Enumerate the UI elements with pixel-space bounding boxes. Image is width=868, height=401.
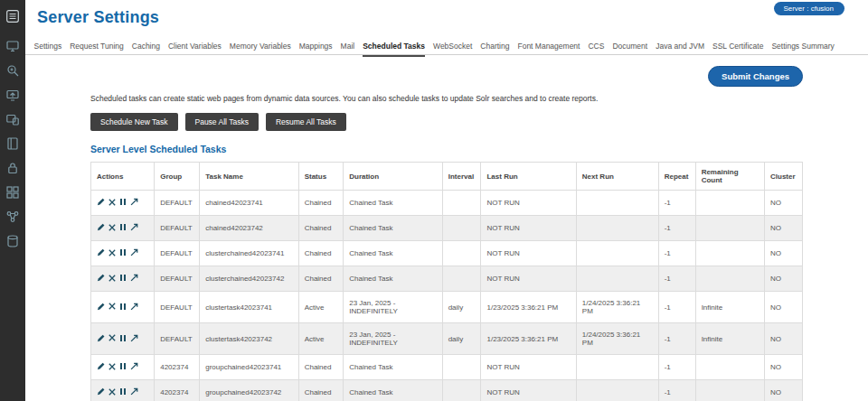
duration-cell: Chained Task <box>344 266 442 292</box>
next-run-cell <box>576 355 658 380</box>
pause-icon[interactable] <box>119 388 127 396</box>
tab-caching[interactable]: Caching <box>132 38 160 55</box>
tab-websocket[interactable]: WebSocket <box>433 38 472 55</box>
scheduled-tasks-table: ActionsGroupTask NameStatusDurationInter… <box>90 162 803 401</box>
edit-icon[interactable] <box>97 248 105 258</box>
task-name-cell: groupchained42023741 <box>200 355 298 380</box>
book-icon[interactable] <box>0 131 25 155</box>
actions-cell <box>91 355 155 380</box>
cluster-cell: NO <box>765 380 803 401</box>
delete-icon[interactable] <box>108 275 116 284</box>
repeat-cell: -1 <box>658 292 695 323</box>
devices-icon[interactable] <box>0 107 25 131</box>
database-edit-icon[interactable] <box>0 228 25 253</box>
tab-charting[interactable]: Charting <box>480 38 509 55</box>
cluster-cell: NO <box>765 323 803 355</box>
tab-request-tuning[interactable]: Request Tuning <box>70 38 124 55</box>
delete-icon[interactable] <box>108 388 116 397</box>
group-cell: DEFAULT <box>155 216 200 241</box>
tab-ccs[interactable]: CCS <box>588 38 604 55</box>
pause-icon[interactable] <box>119 224 127 232</box>
tab-document[interactable]: Document <box>612 38 647 55</box>
tab-client-variables[interactable]: Client Variables <box>168 38 222 55</box>
network-nodes-icon[interactable] <box>0 204 25 228</box>
header: Server Settings Server : cfusion <box>25 0 868 36</box>
last-run-cell: NOT RUN <box>481 266 576 292</box>
schedule-new-task-button[interactable]: Schedule New Task <box>90 113 178 131</box>
delete-icon[interactable] <box>108 249 116 258</box>
pause-all-tasks-button[interactable]: Pause All Tasks <box>185 113 259 131</box>
edit-icon[interactable] <box>97 303 105 312</box>
run-icon[interactable] <box>130 334 138 344</box>
pause-icon[interactable] <box>119 363 127 371</box>
interval-cell <box>442 266 481 292</box>
screen-share-icon[interactable] <box>0 82 25 107</box>
tab-settings[interactable]: Settings <box>34 38 62 55</box>
next-run-cell: 1/24/2025 3:36:21 PM <box>576 323 658 355</box>
run-icon[interactable] <box>130 223 138 233</box>
duration-cell: Chained Task <box>344 380 442 401</box>
group-cell: DEFAULT <box>155 292 200 323</box>
duration-cell: Chained Task <box>344 191 442 216</box>
pause-icon[interactable] <box>119 303 127 312</box>
delete-icon[interactable] <box>108 303 116 312</box>
last-run-cell: 1/23/2025 3:36:21 PM <box>481 292 576 323</box>
pause-icon[interactable] <box>119 275 127 283</box>
edit-icon[interactable] <box>97 274 105 284</box>
run-icon[interactable] <box>130 248 138 258</box>
interval-cell <box>442 355 481 380</box>
edit-icon[interactable] <box>97 362 105 372</box>
pause-icon[interactable] <box>119 335 127 343</box>
tab-mappings[interactable]: Mappings <box>299 38 333 55</box>
cluster-cell: NO <box>765 216 803 241</box>
grid-apps-icon[interactable] <box>0 180 25 204</box>
server-badge[interactable]: Server : cfusion <box>774 2 844 15</box>
delete-icon[interactable] <box>108 199 116 208</box>
task-name-cell: clustertask42023741 <box>200 292 298 323</box>
delete-icon[interactable] <box>108 363 116 372</box>
edit-icon[interactable] <box>97 223 105 233</box>
table-row: DEFAULTclustertask42023742Active23 Jan, … <box>91 323 803 355</box>
run-icon[interactable] <box>130 387 138 397</box>
menu-icon[interactable] <box>0 4 25 28</box>
actions-cell <box>91 292 155 323</box>
lock-icon[interactable] <box>0 155 25 180</box>
group-cell: DEFAULT <box>155 323 200 355</box>
table-row: 4202374groupchained42023741ChainedChaine… <box>91 355 803 380</box>
actions-cell <box>91 380 155 401</box>
monitor-icon[interactable] <box>0 33 25 58</box>
tab-scheduled-tasks[interactable]: Scheduled Tasks <box>363 38 425 57</box>
run-icon[interactable] <box>130 362 138 372</box>
tab-java-and-jvm[interactable]: Java and JVM <box>656 38 704 55</box>
edit-icon[interactable] <box>97 198 105 208</box>
tab-font-management[interactable]: Font Management <box>517 38 580 55</box>
submit-changes-button[interactable]: Submit Changes <box>708 66 803 87</box>
status-cell: Chained <box>298 355 344 380</box>
resume-all-tasks-button[interactable]: Resume All Tasks <box>266 113 346 131</box>
column-header-repeat: Repeat <box>658 163 695 191</box>
page-title: Server Settings <box>25 0 868 27</box>
task-name-cell: chained42023741 <box>200 191 298 216</box>
duration-cell: Chained Task <box>344 216 442 241</box>
run-icon[interactable] <box>130 303 138 312</box>
next-run-cell <box>576 191 658 216</box>
tab-ssl-certificate[interactable]: SSL Certificate <box>712 38 763 55</box>
edit-icon[interactable] <box>97 334 105 344</box>
tab-settings-summary[interactable]: Settings Summary <box>771 38 834 55</box>
duration-cell: 23 Jan, 2025 - INDEFINITELY <box>344 292 442 323</box>
status-cell: Chained <box>298 191 344 216</box>
delete-icon[interactable] <box>108 224 116 233</box>
tab-mail[interactable]: Mail <box>341 38 355 55</box>
edit-icon[interactable] <box>97 387 105 397</box>
delete-icon[interactable] <box>108 334 116 343</box>
column-header-next-run: Next Run <box>576 163 658 191</box>
tab-memory-variables[interactable]: Memory Variables <box>230 38 291 55</box>
search-zoom-icon[interactable] <box>0 58 25 82</box>
group-cell: DEFAULT <box>155 241 200 266</box>
pause-icon[interactable] <box>119 199 127 207</box>
table-row: DEFAULTchained42023742ChainedChained Tas… <box>91 216 803 241</box>
column-header-last-run: Last Run <box>481 163 576 191</box>
run-icon[interactable] <box>130 198 138 208</box>
run-icon[interactable] <box>130 274 138 284</box>
pause-icon[interactable] <box>119 249 127 257</box>
